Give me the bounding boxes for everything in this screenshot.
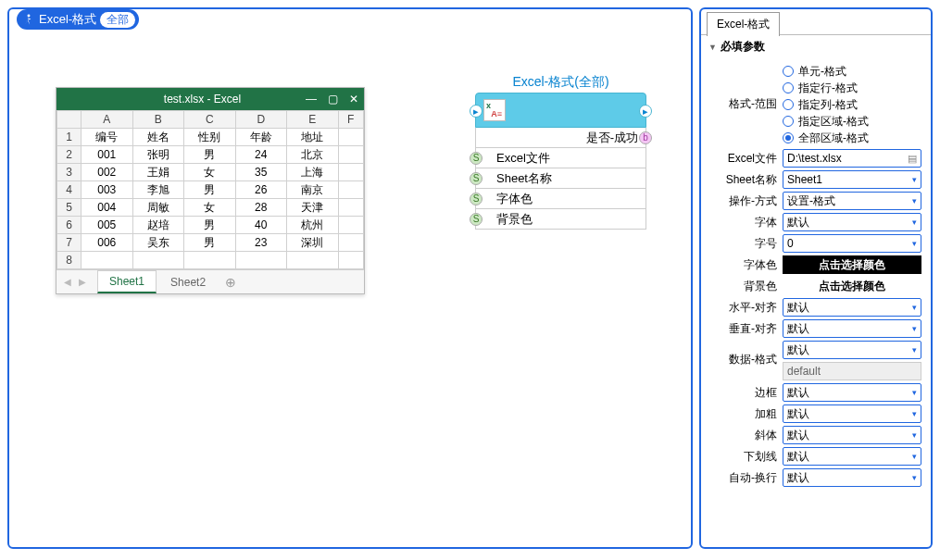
row-header[interactable]: 6	[57, 217, 81, 234]
excel-grid[interactable]: ABCDEF 1编号姓名性别年龄地址2001张明男24北京3002王娟女35上海…	[56, 110, 364, 269]
cell[interactable]: 男	[184, 146, 236, 164]
section-header[interactable]: ▼ 必填参数	[701, 35, 931, 58]
cell[interactable]	[338, 129, 364, 146]
col-header[interactable]: B	[132, 111, 184, 129]
node-exec-out-port[interactable]: ▸	[639, 105, 652, 118]
input-excel-file[interactable]: D:\test.xlsx ▤	[783, 149, 921, 168]
col-header[interactable]: D	[235, 111, 287, 129]
radio-range-option[interactable]: 全部区域-格式	[783, 130, 921, 146]
col-header[interactable]: E	[287, 111, 339, 129]
cell[interactable]: 006	[81, 234, 133, 252]
radio-range-option[interactable]: 指定区域-格式	[783, 113, 921, 130]
select-wrap[interactable]: 默认▾	[783, 468, 921, 487]
cell[interactable]: 上海	[287, 164, 339, 181]
cell[interactable]: 23	[235, 234, 287, 252]
node-input-port[interactable]: S	[470, 193, 483, 205]
btn-font-color[interactable]: 点击选择颜色	[783, 255, 921, 274]
close-icon[interactable]: ✕	[349, 93, 358, 106]
cell[interactable]	[338, 252, 364, 269]
cell[interactable]: 女	[184, 199, 236, 217]
cell[interactable]: 性别	[184, 129, 236, 146]
select-sheet[interactable]: Sheet1▾	[783, 170, 921, 189]
cell[interactable]: 28	[235, 199, 287, 217]
select-h-align[interactable]: 默认▾	[783, 298, 921, 317]
btn-bg-color[interactable]: 点击选择颜色	[783, 277, 921, 295]
node-exec-in-port[interactable]: ▸	[470, 105, 483, 118]
panel-tab[interactable]: Excel-格式	[707, 12, 780, 36]
select-op-mode[interactable]: 设置-格式▾	[783, 192, 921, 210]
cell[interactable]: 女	[184, 164, 236, 181]
cell[interactable]: 吴东	[132, 234, 184, 252]
cell[interactable]: 编号	[81, 129, 133, 146]
cell[interactable]: 004	[81, 199, 133, 217]
cell[interactable]: 周敏	[132, 199, 184, 217]
flow-node[interactable]: Excel-格式(全部) ▸ A≡ ▸ 是否-成功 b SExcel文件SShe…	[475, 74, 646, 230]
cell[interactable]: 杭州	[287, 217, 339, 234]
tab-next-icon[interactable]: ▶	[79, 277, 86, 287]
row-header[interactable]: 2	[57, 146, 81, 164]
cell[interactable]: 24	[235, 146, 287, 164]
minimize-icon[interactable]: —	[306, 93, 317, 106]
cell[interactable]	[81, 252, 133, 269]
cell[interactable]	[338, 199, 364, 217]
cell[interactable]	[338, 146, 364, 164]
select-underline[interactable]: 默认▾	[783, 447, 921, 466]
cell[interactable]: 男	[184, 181, 236, 199]
cell[interactable]	[132, 252, 184, 269]
row-header[interactable]: 4	[57, 181, 81, 199]
col-header[interactable]: F	[338, 111, 364, 129]
col-header[interactable]	[57, 111, 81, 129]
cell[interactable]	[338, 164, 364, 181]
cell[interactable]	[338, 217, 364, 234]
cell[interactable]: 男	[184, 234, 236, 252]
cell[interactable]: 南京	[287, 181, 339, 199]
select-border[interactable]: 默认▾	[783, 383, 921, 402]
row-header[interactable]: 7	[57, 234, 81, 252]
data-fmt-sub[interactable]: default	[783, 362, 921, 380]
cell[interactable]	[235, 252, 287, 269]
row-header[interactable]: 5	[57, 199, 81, 217]
tab-prev-icon[interactable]: ◀	[64, 277, 71, 287]
cell[interactable]: 王娟	[132, 164, 184, 181]
node-input-port[interactable]: S	[470, 213, 483, 226]
sheet-tab-2[interactable]: Sheet2	[158, 271, 218, 292]
col-header[interactable]: C	[184, 111, 236, 129]
cell[interactable]: 北京	[287, 146, 339, 164]
cell[interactable]	[338, 234, 364, 252]
cell[interactable]: 26	[235, 181, 287, 199]
cell[interactable]: 天津	[287, 199, 339, 217]
cell[interactable]: 40	[235, 217, 287, 234]
cell[interactable]: 005	[81, 217, 133, 234]
cell[interactable]: 35	[235, 164, 287, 181]
select-bold[interactable]: 默认▾	[783, 404, 921, 423]
cell[interactable]: 001	[81, 146, 133, 164]
maximize-icon[interactable]: ▢	[328, 93, 338, 106]
cell[interactable]	[184, 252, 236, 269]
row-header[interactable]: 8	[57, 252, 81, 269]
radio-range-option[interactable]: 指定行-格式	[783, 80, 921, 96]
cell[interactable]: 男	[184, 217, 236, 234]
select-font[interactable]: 默认▾	[783, 213, 921, 231]
node-output-port[interactable]: b	[639, 131, 652, 144]
sheet-tab-1[interactable]: Sheet1	[97, 270, 157, 293]
cell[interactable]: 地址	[287, 129, 339, 146]
radio-range-option[interactable]: 指定列-格式	[783, 96, 921, 113]
add-sheet-icon[interactable]: ⊕	[225, 275, 236, 290]
file-browse-icon[interactable]: ▤	[908, 153, 917, 165]
row-header[interactable]: 1	[57, 129, 81, 146]
cell[interactable]	[287, 252, 339, 269]
cell[interactable]: 深圳	[287, 234, 339, 252]
select-font-size[interactable]: 0▾	[783, 234, 921, 253]
select-italic[interactable]: 默认▾	[783, 426, 921, 444]
node-input-port[interactable]: S	[470, 172, 483, 185]
cell[interactable]: 赵培	[132, 217, 184, 234]
node-input-port[interactable]: S	[470, 152, 483, 165]
select-v-align[interactable]: 默认▾	[783, 319, 921, 338]
cell[interactable]	[338, 181, 364, 199]
row-header[interactable]: 3	[57, 164, 81, 181]
cell[interactable]: 002	[81, 164, 133, 181]
cell[interactable]: 003	[81, 181, 133, 199]
cell[interactable]: 张明	[132, 146, 184, 164]
radio-range-option[interactable]: 单元-格式	[783, 63, 921, 80]
cell[interactable]: 姓名	[132, 129, 184, 146]
